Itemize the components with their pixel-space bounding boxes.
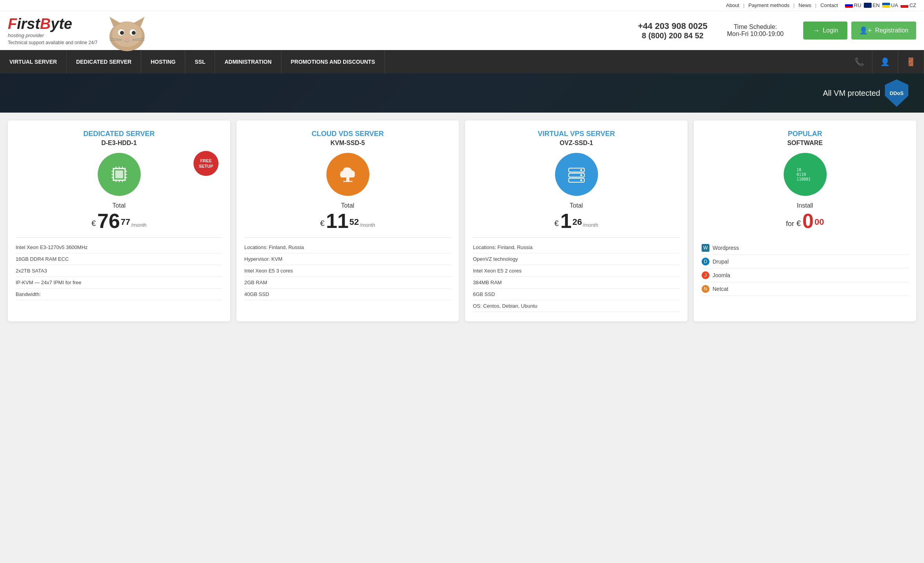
spec-item: Locations: Finland, Russia xyxy=(244,242,451,253)
vps-icon-circle xyxy=(555,153,598,196)
for-label: for xyxy=(786,220,794,228)
spec-item: 16GB DDR4 RAM ECC xyxy=(16,253,222,265)
card-cloud: CLOUD VDS SERVER KVM-SSD-5 Total € 11 52… xyxy=(236,120,459,321)
dedicated-price-period: /month xyxy=(131,222,147,228)
nav-payment[interactable]: Payment methods xyxy=(749,2,790,8)
card-dedicated-icon-area: FREE SETUP xyxy=(16,153,222,196)
vps-currency: € xyxy=(554,219,559,228)
card-software: POPULAR SOFTWARE 10 0110 110001 Install … xyxy=(694,120,916,321)
nav-spacer xyxy=(385,50,847,74)
dedicated-price-cents: 77 xyxy=(121,217,130,227)
software-currency: € xyxy=(797,219,801,228)
nav-about[interactable]: About xyxy=(726,2,739,8)
time-schedule: Time Schedule: Mon-Fri 10:00-19:00 xyxy=(727,23,784,38)
spec-item: 2GB RAM xyxy=(244,277,451,289)
dedicated-specs: Intel Xeon E3-1270v5 3600MHz 16GB DDR4 R… xyxy=(16,237,222,300)
login-label: Login xyxy=(823,27,838,34)
logo-area: FirstByte hosting provider Technical sup… xyxy=(8,16,98,45)
sep1: | xyxy=(743,2,744,8)
server-stack-icon xyxy=(565,163,588,186)
software-icon-circle: 10 0110 110001 xyxy=(784,153,827,196)
software-install-label: Install xyxy=(702,202,908,209)
card-software-subtitle: SOFTWARE xyxy=(702,140,908,147)
software-list: W Wordpress D Drupal J Joomla N Netcat xyxy=(702,237,908,296)
lang-ru[interactable]: RU xyxy=(845,2,861,8)
flag-ua-icon xyxy=(882,3,890,8)
vps-price-main: 1 xyxy=(560,211,571,231)
register-label: Registration xyxy=(875,27,908,34)
dedicated-price-main: 76 xyxy=(97,211,120,231)
spec-item: OS: Centos, Debian, Ubuntu xyxy=(473,300,680,312)
cloud-price-period: /month xyxy=(360,222,375,228)
flag-ru-icon xyxy=(845,3,853,8)
svg-text:110001: 110001 xyxy=(797,177,811,181)
card-cloud-title: CLOUD VDS SERVER xyxy=(244,130,451,138)
card-vps-icon-area xyxy=(473,153,680,196)
lang-en-label: EN xyxy=(873,2,880,8)
dedicated-price-row: € 76 77 /month xyxy=(16,211,222,231)
dedicated-price-label: Total xyxy=(16,202,222,209)
spec-item: 2x2TB SATA3 xyxy=(16,265,222,277)
cloud-price-row: € 11 52 /month xyxy=(244,211,451,231)
header: FirstByte hosting provider Technical sup… xyxy=(0,11,924,50)
nav-login-icon[interactable]: 🚪 xyxy=(898,50,924,74)
svg-point-34 xyxy=(580,179,582,181)
nav-virtual-server[interactable]: VIRTUAL SERVER xyxy=(0,50,67,74)
vps-price-label: Total xyxy=(473,202,680,209)
software-drupal: D Drupal xyxy=(702,255,908,269)
cloud-price-label: Total xyxy=(244,202,451,209)
lang-cz[interactable]: CZ xyxy=(901,2,916,8)
nav-phone-icon[interactable]: 📞 xyxy=(847,50,872,74)
logo-support: Technical support available and online 2… xyxy=(8,40,98,45)
flag-en-icon xyxy=(864,3,872,8)
card-cloud-icon-area xyxy=(244,153,451,196)
software-price-row: for € 0 00 xyxy=(702,211,908,231)
card-dedicated: DEDICATED SERVER D-E3-HDD-1 xyxy=(8,120,230,321)
card-dedicated-subtitle: D-E3-HDD-1 xyxy=(16,140,222,147)
software-wordpress: W Wordpress xyxy=(702,241,908,255)
svg-point-6 xyxy=(120,31,124,35)
svg-rect-14 xyxy=(115,170,123,178)
svg-point-8 xyxy=(125,38,129,40)
lang-ua[interactable]: UA xyxy=(882,2,898,8)
lang-ua-label: UA xyxy=(891,2,898,8)
spec-item: OpenVZ technology xyxy=(473,253,680,265)
svg-point-7 xyxy=(132,31,136,35)
dedicated-currency: € xyxy=(91,219,96,228)
nav-ssl[interactable]: SSL xyxy=(185,50,215,74)
flag-cz-icon xyxy=(901,3,908,8)
nav-contact[interactable]: Contact xyxy=(820,2,838,8)
nav-administration[interactable]: ADMINISTRATION xyxy=(215,50,281,74)
software-netcat: N Netcat xyxy=(702,282,908,296)
hero-overlay xyxy=(0,74,924,113)
netcat-icon: N xyxy=(702,285,709,293)
lang-cz-label: CZ xyxy=(910,2,916,8)
dedicated-icon-circle xyxy=(98,153,141,196)
svg-point-32 xyxy=(580,174,582,176)
lang-en[interactable]: EN xyxy=(864,2,880,8)
cloud-icon-circle xyxy=(326,153,369,196)
add-user-icon: 👤 xyxy=(880,57,890,66)
drupal-icon: D xyxy=(702,258,709,265)
nav-user-add-icon[interactable]: 👤 xyxy=(872,50,898,74)
svg-text:0110: 0110 xyxy=(797,172,806,177)
card-vps-title: VIRTUAL VPS SERVER xyxy=(473,130,680,138)
vps-price-cents: 26 xyxy=(572,217,582,227)
card-dedicated-title: DEDICATED SERVER xyxy=(16,130,222,138)
ddos-badge: All VM protected DDoS xyxy=(823,79,908,107)
spec-item: Locations: Finland, Russia xyxy=(473,242,680,253)
time-label: Time Schedule: xyxy=(727,23,784,30)
cpu-icon xyxy=(107,163,131,186)
nav-news[interactable]: News xyxy=(799,2,811,8)
nav-promotions[interactable]: PROMOTIONS AND DISCOUNTS xyxy=(281,50,385,74)
spec-item: Intel Xeon E5 3 cores xyxy=(244,265,451,277)
phone-icon: 📞 xyxy=(854,57,864,66)
software-price-cents: 00 xyxy=(815,217,824,227)
logo-first: F xyxy=(8,16,17,32)
sep2: | xyxy=(793,2,795,8)
login-button[interactable]: → Login xyxy=(803,22,847,39)
ddos-shield: DDoS xyxy=(885,79,908,107)
cat-illustration xyxy=(102,15,149,46)
register-button[interactable]: 👤+ Registration xyxy=(851,22,916,39)
spec-item: Bandwidth: xyxy=(16,289,222,300)
